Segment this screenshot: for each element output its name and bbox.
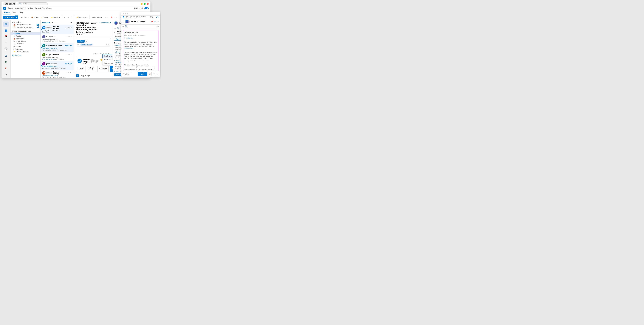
compose-text-area[interactable] <box>77 47 110 52</box>
add-account-link[interactable]: Add account <box>12 54 21 56</box>
back-button[interactable]: ← <box>123 21 124 23</box>
tab-help[interactable]: Help <box>18 11 24 14</box>
sidebar-icon-tasks[interactable]: ✓ <box>3 40 9 45</box>
key-info-link-alberto3[interactable]: Alberto <box>116 60 120 62</box>
toggle-2[interactable] <box>156 16 158 18</box>
undo-button[interactable]: ↩ <box>63 16 66 19</box>
emoji-button[interactable]: 🙂 <box>100 59 102 61</box>
copilot2-pin-icon[interactable]: 📌 <box>151 20 153 23</box>
win-btn-3[interactable] <box>127 13 128 14</box>
folder-drafts[interactable]: 📄 Drafts <box>10 35 40 38</box>
draft-info-icon[interactable]: ℹ <box>137 32 138 34</box>
redo-button[interactable]: ↪ <box>67 16 70 19</box>
win-btn-1[interactable] <box>123 13 124 14</box>
folder-january[interactable]: 📁 January Expenses <box>10 50 40 53</box>
list-item[interactable]: KM External Kathryn Murphy 11:04 AM Cong… <box>41 70 74 78</box>
draft-email-button[interactable]: ✨ Draft an email <box>110 66 113 72</box>
sidebar-icon-settings[interactable]: ⚙ <box>3 72 9 77</box>
list-item[interactable]: JC Jane Cooper 11:10 AM Action Required:… <box>41 61 74 70</box>
forward-button[interactable]: ⟩ <box>70 16 73 19</box>
copilot2-more-icon[interactable]: ⋯ <box>157 20 159 23</box>
search-icon[interactable]: 🔍 <box>117 27 120 30</box>
archive-icon: 📦 <box>31 16 33 18</box>
dropdown-reply-inquiry[interactable]: Reply to an inquiry <box>102 54 113 58</box>
new-mail-dropdown-button[interactable]: ▾ <box>15 16 18 19</box>
copilot-logo-2: ✦ <box>126 20 128 23</box>
archive-button[interactable]: 📦 Archive <box>30 16 40 19</box>
save-dynamics-button[interactable]: Save <box>114 38 121 40</box>
key-info-link-alberto[interactable]: Alberto <box>116 44 120 46</box>
folder-inbox-katyreid[interactable]: 📥 Inbox (katyreid@outlo... 11 <box>10 24 40 26</box>
folder-expenses-katyreid[interactable]: 📋 Expenses (katyreid@ou... 2 <box>10 26 40 28</box>
sidebar-icon-mail[interactable]: ✉ <box>3 22 9 27</box>
sidebar-icon-powerpoint[interactable]: P <box>3 66 9 71</box>
quick-steps-button[interactable]: ⚡ Quick steps ▾ <box>75 16 89 19</box>
dropdown-make-proposal[interactable]: Make a proposal <box>102 58 113 62</box>
sidebar-icon-calendar[interactable]: 📅 <box>3 34 9 39</box>
more-icon-2[interactable]: ⋯ <box>157 25 159 28</box>
pin-button[interactable]: 📌 <box>109 16 113 19</box>
delete-recipient-icon[interactable]: 🗑 <box>105 44 107 46</box>
categorize-button[interactable]: 🏷 ▾ <box>114 16 118 19</box>
folder-archive[interactable]: ▷ Archive <box>10 45 40 48</box>
folder-expenses[interactable]: ▷ Expenses <box>10 48 40 50</box>
sidebar-icon-excel[interactable]: X <box>3 60 9 65</box>
add-to-email-button[interactable]: Add to email <box>138 72 147 76</box>
copilot2-search-icon[interactable]: 🔍 <box>154 20 156 23</box>
favorites-header[interactable]: ▼ Favorites <box>10 21 40 24</box>
tab-focused[interactable]: Focused <box>42 21 50 24</box>
expand-compose-icon[interactable]: ⤢ <box>108 44 110 46</box>
more-button-2[interactable]: ⋯ <box>156 72 159 76</box>
tab-home[interactable]: Home <box>3 11 11 14</box>
reply-button[interactable]: ↩ Reply <box>76 66 86 72</box>
send-button[interactable]: ➤ Send <box>77 40 84 42</box>
fourth-coffee-link[interactable]: Fourth coffee. <box>124 48 134 49</box>
forward-button[interactable]: ↪ Forward <box>97 66 109 72</box>
summarize-button[interactable]: ⋯ Summarize ▾ <box>99 22 111 24</box>
folder-deleted[interactable]: 🗑 Deleted Items <box>10 40 40 42</box>
filter-icon[interactable]: ☰ <box>70 22 72 24</box>
search-icon-2[interactable]: 🔍 <box>125 25 128 28</box>
read-unread-button[interactable]: ✉ Read/Unread <box>90 16 103 19</box>
search-bar[interactable]: 🔍 <box>18 2 48 5</box>
delete-button[interactable]: 🗑 Delete ▾ <box>20 16 30 19</box>
key-info-link-alberto2[interactable]: Alberto <box>116 51 120 53</box>
list-item[interactable]: CF Cody Fisher 13:07 PM Follow-up: Propo… <box>41 34 74 43</box>
settings-button-2[interactable]: ⇄ <box>152 72 155 76</box>
folder-sent[interactable]: 📤 Sent Items <box>10 38 40 40</box>
sidebar-icon-people[interactable]: 👥 <box>3 28 9 33</box>
reply-all-button[interactable]: ↩ Reply all <box>87 66 96 72</box>
maximize-button[interactable] <box>144 3 146 5</box>
sidebar-icon-word[interactable]: W <box>3 53 9 58</box>
folder-junk[interactable]: ⚠ Junk Email <box>10 42 40 45</box>
close-button[interactable] <box>147 3 149 5</box>
sweep-button[interactable]: 🧹 Sweep <box>40 16 49 19</box>
list-item[interactable]: RE Ralph Edwards 12:04 PM Deal Progress:… <box>41 52 74 61</box>
list-item[interactable]: BS Brooklyn Simmons 13:01 PM New Lead: I… <box>41 43 74 52</box>
minimize-button[interactable] <box>141 3 143 5</box>
add-icon[interactable]: + <box>114 27 116 30</box>
email-reader: [EXTERNAL] Inquiry Regarding Specificati… <box>74 20 113 78</box>
dropdown-address-concern[interactable]: Address a concern <box>102 62 113 65</box>
lightning-icon: ⚡ <box>76 16 78 18</box>
tab-other[interactable]: Other <box>51 21 56 24</box>
thread-actions: ↩ Reply ↩ Reply all ↪ Forward ✨ Dr <box>74 64 113 73</box>
notification-bar: O Monarch Project Update | in 5 min Micr… <box>2 6 150 10</box>
folder-inbox[interactable]: ▷ Inbox <box>10 32 40 35</box>
tab-view[interactable]: View <box>12 11 18 14</box>
unread-dot <box>41 29 42 30</box>
new-outlook-toggle[interactable] <box>144 7 149 9</box>
win-btn-2[interactable] <box>125 13 126 14</box>
flag-button[interactable]: 🏳 ▾ <box>104 16 109 19</box>
account-header[interactable]: ▼ katyreid@outlook.com <box>10 30 40 32</box>
move-to-button[interactable]: 📁 Move to ▾ <box>50 16 61 19</box>
send-dropdown-button[interactable]: ▾ <box>85 40 88 43</box>
new-mail-button[interactable]: ✉ New Mail <box>3 16 15 19</box>
sidebar-icon-chat[interactable]: 💬 <box>3 46 9 52</box>
list-item[interactable]: AB External Alberto Burgos 13:45 PM [EXT… <box>41 25 74 34</box>
search-input[interactable] <box>22 3 46 5</box>
copilot-panel-2: ← ✦ Copilot for Sales 📌 🔍 ⋯ + 🔍 ⋯ Draft … <box>121 19 160 77</box>
add-icon-2[interactable]: + <box>122 25 124 28</box>
expenses-icon: 📋 <box>14 26 15 28</box>
copy-button[interactable]: 📋 <box>148 72 152 76</box>
